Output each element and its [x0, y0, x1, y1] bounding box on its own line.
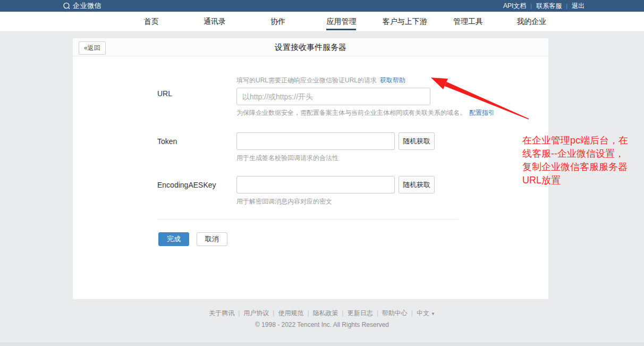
url-tip-above-text: 填写的URL需要正确响应企业微信验证URL的请求 [236, 77, 377, 84]
nav-item-app-management[interactable]: 应用管理 [310, 12, 373, 32]
nav-item-home[interactable]: 首页 [120, 12, 183, 32]
url-tip-above: 填写的URL需要正确响应企业微信验证URL的请求获取帮助 [236, 76, 405, 85]
footer-links: 关于腾讯|用户协议|使用规范|隐私政策|更新日志|帮助中心|中文▼ [0, 309, 644, 318]
bottom-strip [0, 342, 644, 346]
separator: | [530, 3, 532, 9]
get-help-link[interactable]: 获取帮助 [380, 77, 405, 84]
submit-button[interactable]: 完成 [158, 232, 189, 246]
settings-card: «返回 设置接收事件服务器 填写的URL需要正确响应企业微信验证URL的请求获取… [73, 38, 548, 299]
url-tip-below-text: 为保障企业数据安全，需配置备案主体与当前企业主体相同或有关联关系的域名。 [236, 109, 466, 116]
logout-link[interactable]: 退出 [572, 2, 584, 11]
nav-item-collaboration[interactable]: 协作 [247, 12, 310, 32]
annotation-line: URL放置 [522, 174, 644, 187]
wework-logo[interactable]: 企业微信 [63, 0, 101, 12]
footer-link-about[interactable]: 关于腾讯 [209, 309, 234, 317]
cancel-button[interactable]: 取消 [197, 232, 227, 246]
footer-link-help[interactable]: 帮助中心 [382, 309, 408, 317]
nav-item-my-company[interactable]: 我的企业 [500, 12, 563, 32]
top-bar: 企业微信 API文档 | 联系客服 | 退出 [0, 0, 644, 12]
language-label: 中文 [417, 309, 429, 317]
topbar-links: API文档 | 联系客服 | 退出 [503, 0, 584, 12]
aeskey-label: EncodingAESKey [157, 181, 216, 189]
separator: | [411, 309, 413, 317]
url-tip-below: 为保障企业数据安全，需配置备案主体与当前企业主体相同或有关联关系的域名。配置指引 [236, 108, 495, 117]
nav-item-admin-tools[interactable]: 管理工具 [436, 12, 499, 32]
nav-item-contacts[interactable]: 通讯录 [183, 12, 246, 32]
form-divider [157, 219, 459, 220]
aeskey-input[interactable] [236, 176, 395, 193]
main-nav: 首页 通讯录 协作 应用管理 客户与上下游 管理工具 我的企业 [0, 12, 644, 32]
annotation-line: 复制企业微信客服服务器 [522, 161, 644, 174]
page-title: 设置接收事件服务器 [73, 43, 548, 53]
footer-link-changelog[interactable]: 更新日志 [348, 309, 373, 317]
language-selector[interactable]: 中文▼ [417, 309, 435, 317]
nav-item-customers[interactable]: 客户与上下游 [373, 12, 436, 32]
annotation-note: 在企业管理pc端后台，在 线客服--企业微信设置， 复制企业微信客服服务器 UR… [522, 134, 644, 187]
footer-link-rules[interactable]: 使用规范 [278, 309, 303, 317]
contact-support-link[interactable]: 联系客服 [536, 2, 562, 11]
separator: | [273, 309, 274, 317]
footer: 关于腾讯|用户协议|使用规范|隐私政策|更新日志|帮助中心|中文▼ © 1998… [0, 309, 644, 328]
config-guide-link[interactable]: 配置指引 [469, 109, 495, 116]
chat-bubble-icon [63, 2, 71, 10]
annotation-line: 线客服--企业微信设置， [522, 147, 644, 161]
token-input[interactable] [236, 132, 395, 150]
url-input[interactable] [236, 88, 430, 105]
token-random-button[interactable]: 随机获取 [399, 132, 435, 150]
copyright-text: © 1998 - 2022 Tencent Inc. All Rights Re… [0, 321, 644, 328]
chevron-down-icon: ▼ [431, 311, 435, 316]
api-docs-link[interactable]: API文档 [503, 2, 526, 11]
token-tip: 用于生成签名校验回调请求的合法性 [236, 154, 338, 163]
separator: | [238, 309, 240, 317]
separator: | [566, 3, 567, 9]
aeskey-random-button[interactable]: 随机获取 [399, 176, 435, 193]
footer-link-agreement[interactable]: 用户协议 [243, 309, 269, 317]
footer-link-privacy[interactable]: 隐私政策 [313, 309, 338, 317]
url-label: URL [157, 89, 172, 98]
aeskey-tip: 用于解密回调消息内容对应的密文 [236, 197, 332, 206]
separator: | [307, 309, 309, 317]
card-header: «返回 设置接收事件服务器 [73, 38, 548, 56]
separator: | [377, 309, 378, 317]
logo-text: 企业微信 [73, 1, 101, 11]
annotation-line: 在企业管理pc端后台，在 [522, 134, 644, 147]
token-label: Token [157, 137, 177, 146]
separator: | [342, 309, 344, 317]
